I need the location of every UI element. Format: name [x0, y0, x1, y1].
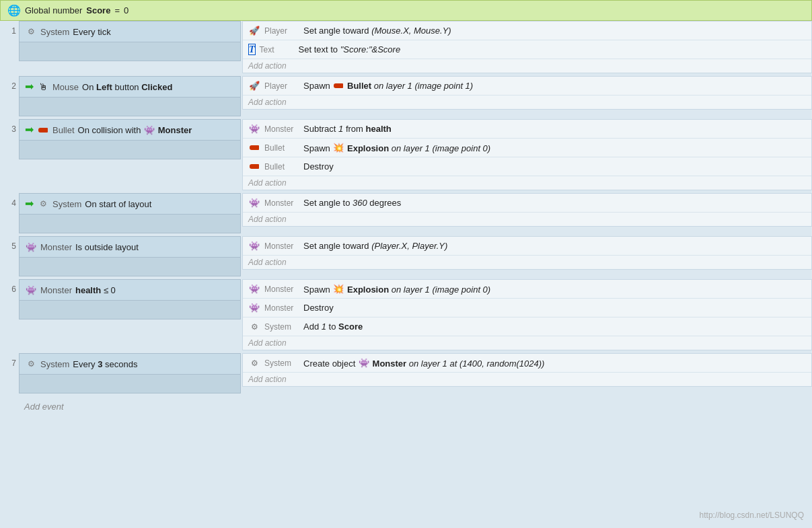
action-obj-name: System: [264, 322, 299, 332]
condition-obj-name: System: [52, 199, 81, 209]
action-item[interactable]: TTextSet text to "Score:"&Score: [243, 40, 811, 59]
action-wrapper: 👾MonsterSet angle to 360 degreesAdd acti…: [242, 193, 812, 227]
action-item[interactable]: 👾MonsterSet angle toward (Player.X, Play…: [243, 237, 811, 256]
event-row-2: 2➡🖱MouseOn Left button Clicked🚀PlayerSpa…: [0, 76, 812, 116]
action-wrapper: 👾MonsterSet angle toward (Player.X, Play…: [242, 236, 812, 270]
action-monster-icon: 👾: [248, 240, 260, 252]
condition-obj-name: System: [40, 359, 69, 369]
action-item[interactable]: BulletSpawn 💥 Explosion on layer 1 (imag…: [243, 139, 811, 157]
action-player-icon: 🚀: [248, 25, 260, 37]
condition-item[interactable]: ⚙SystemEvery 3 seconds: [19, 353, 241, 375]
global-var-label: Global number: [25, 5, 82, 15]
action-item[interactable]: ⚙SystemCreate object 👾 Monster on layer …: [243, 354, 811, 373]
action-item[interactable]: 🚀PlayerSet angle toward (Mouse.X, Mouse.…: [243, 22, 811, 40]
action-item[interactable]: BulletDestroy: [243, 157, 811, 176]
action-obj-name: Text: [260, 45, 295, 54]
add-action-item[interactable]: Add action: [243, 373, 811, 386]
event-row-6: 6👾Monsterhealth ≤ 0👾MonsterSpawn 💥 Explo…: [0, 279, 812, 350]
add-event-row[interactable]: Add event: [0, 396, 812, 417]
action-system-icon: ⚙: [248, 357, 260, 369]
action-obj-name: Monster: [264, 303, 299, 313]
action-wrapper: 🚀PlayerSpawn Bullet on layer 1 (image po…: [242, 76, 812, 110]
condition-text: health ≤ 0: [75, 285, 116, 295]
condition-arrow: ➡: [25, 124, 34, 135]
action-text: Destroy: [303, 161, 334, 172]
action-text: Destroy: [303, 303, 334, 313]
condition-text: Is outside layout: [75, 242, 139, 252]
watermark: http://blog.csdn.net/LSUNQQ: [700, 511, 804, 520]
action-obj-name: Monster: [264, 198, 299, 208]
action-obj-name: Monster: [264, 124, 299, 134]
event-number: 2: [0, 76, 19, 116]
action-bullet-icon: [248, 142, 260, 154]
global-var-value: 0: [124, 5, 128, 15]
action-item[interactable]: 👾MonsterDestroy: [243, 299, 811, 317]
system-icon: ⚙: [25, 358, 37, 370]
event-sheet: 🌐 Global number Score = 0 1⚙SystemEvery …: [0, 0, 812, 528]
event-row-5: 5👾MonsterIs outside layout👾MonsterSet an…: [0, 236, 812, 276]
condition-item[interactable]: ➡ BulletOn collision with 👾 Monster: [19, 119, 241, 141]
condition-column: 👾MonsterIs outside layout: [19, 236, 241, 276]
action-obj-name: Monster: [264, 285, 299, 294]
action-monster-icon: 👾: [248, 197, 260, 209]
global-var-row: 🌐 Global number Score = 0: [0, 0, 812, 21]
condition-spacer: [19, 215, 241, 233]
action-obj-name: Monster: [264, 241, 299, 251]
condition-spacer: [19, 42, 241, 61]
event-row-4: 4➡⚙SystemOn start of layout👾MonsterSet a…: [0, 193, 812, 233]
action-item[interactable]: 👾MonsterSpawn 💥 Explosion on layer 1 (im…: [243, 280, 811, 299]
action-monster-icon: 👾: [248, 123, 260, 135]
action-text: Set angle toward (Mouse.X, Mouse.Y): [303, 26, 451, 36]
event-row-1: 1⚙SystemEvery tick🚀PlayerSet angle towar…: [0, 21, 812, 73]
action-text: Spawn 💥 Explosion on layer 1 (image poin…: [303, 283, 490, 295]
action-column: 🚀PlayerSpawn Bullet on layer 1 (image po…: [242, 76, 812, 116]
action-text: Spawn 💥 Explosion on layer 1 (image poin…: [303, 142, 490, 154]
monster-icon: 👾: [25, 284, 37, 296]
event-number: 6: [0, 279, 19, 350]
action-wrapper: 👾MonsterSpawn 💥 Explosion on layer 1 (im…: [242, 279, 812, 350]
action-item[interactable]: 👾MonsterSubtract 1 from health: [243, 120, 811, 139]
action-text: Create object 👾 Monster on layer 1 at (1…: [303, 357, 544, 369]
add-action-item[interactable]: Add action: [243, 213, 811, 226]
action-column: 👾MonsterSet angle toward (Player.X, Play…: [242, 236, 812, 276]
condition-item[interactable]: 👾Monsterhealth ≤ 0: [19, 279, 241, 301]
condition-obj-name: Mouse: [52, 82, 79, 92]
add-action-item[interactable]: Add action: [243, 256, 811, 269]
event-number: 5: [0, 236, 19, 276]
condition-spacer: [19, 141, 241, 159]
action-text: Spawn Bullet on layer 1 (image point 1): [303, 80, 473, 92]
action-item[interactable]: 👾MonsterSet angle to 360 degrees: [243, 194, 811, 213]
condition-text: Every 3 seconds: [73, 359, 137, 369]
action-item[interactable]: 🚀PlayerSpawn Bullet on layer 1 (image po…: [243, 77, 811, 96]
monster-icon: 👾: [25, 241, 37, 253]
system-icon: ⚙: [25, 26, 37, 38]
action-text-t-icon: T: [248, 44, 256, 54]
add-action-item[interactable]: Add action: [243, 336, 811, 350]
condition-text: On Left button Clicked: [82, 82, 172, 92]
condition-spacer: [19, 258, 241, 276]
condition-item[interactable]: ➡🖱MouseOn Left button Clicked: [19, 76, 241, 98]
condition-column: 👾Monsterhealth ≤ 0: [19, 279, 241, 350]
event-number: 7: [0, 353, 19, 393]
add-action-item[interactable]: Add action: [243, 96, 811, 109]
global-var-name: Score: [86, 5, 110, 15]
action-bullet-icon: [248, 161, 260, 173]
condition-obj-name: Monster: [40, 285, 72, 295]
condition-item[interactable]: ➡⚙SystemOn start of layout: [19, 193, 241, 215]
add-action-item[interactable]: Add action: [243, 59, 811, 73]
condition-spacer: [19, 301, 241, 319]
action-wrapper: ⚙SystemCreate object 👾 Monster on layer …: [242, 353, 812, 387]
action-item[interactable]: ⚙SystemAdd 1 to Score: [243, 317, 811, 336]
action-text: Subtract 1 from health: [303, 124, 392, 134]
action-system-icon: ⚙: [248, 321, 260, 333]
action-text: Set angle toward (Player.X, Player.Y): [303, 241, 447, 251]
condition-item[interactable]: ⚙SystemEvery tick: [19, 21, 241, 42]
mouse-icon: 🖱: [37, 81, 49, 93]
condition-arrow: ➡: [25, 81, 34, 92]
events-container: 1⚙SystemEvery tick🚀PlayerSet angle towar…: [0, 21, 812, 396]
add-action-item[interactable]: Add action: [243, 176, 811, 190]
condition-obj-name: Monster: [40, 242, 72, 252]
condition-item[interactable]: 👾MonsterIs outside layout: [19, 236, 241, 258]
global-var-equals: =: [114, 5, 120, 15]
condition-column: ⚙SystemEvery tick: [19, 21, 241, 73]
